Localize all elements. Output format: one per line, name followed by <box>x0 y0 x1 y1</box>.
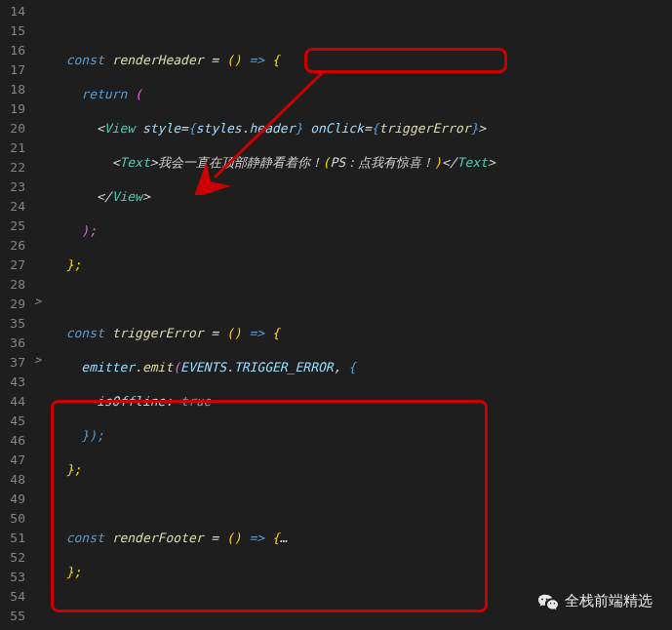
line-number: 19 <box>0 99 31 119</box>
line-number: 27 <box>0 256 31 275</box>
fold-column: > > <box>31 0 51 630</box>
annotation-box-onclick <box>304 48 507 73</box>
fold-chevron-icon[interactable]: > <box>34 353 41 367</box>
fold-chevron-icon[interactable]: > <box>34 295 41 308</box>
line-number: 53 <box>0 568 31 587</box>
line-number: 37 <box>0 353 31 373</box>
line-number: 45 <box>0 412 31 431</box>
line-number: 25 <box>0 217 31 236</box>
line-number: 28 <box>0 275 31 295</box>
line-number: 24 <box>0 197 31 217</box>
line-number: 55 <box>0 607 31 626</box>
line-number: 17 <box>0 60 31 80</box>
line-number: 51 <box>0 529 31 548</box>
line-number: 18 <box>0 80 31 99</box>
line-number: 46 <box>0 431 31 451</box>
line-number: 35 <box>0 314 31 334</box>
line-number: 36 <box>0 334 31 353</box>
line-number: 54 <box>0 587 31 607</box>
line-number: 21 <box>0 138 31 158</box>
line-number: 43 <box>0 373 31 392</box>
line-number: 20 <box>0 119 31 138</box>
watermark: 全栈前端精选 <box>537 592 652 610</box>
line-number: 52 <box>0 548 31 568</box>
line-number: 49 <box>0 490 31 509</box>
line-number: 44 <box>0 392 31 412</box>
line-number: 47 <box>0 451 31 470</box>
watermark-text: 全栈前端精选 <box>565 592 652 610</box>
line-number: 15 <box>0 21 31 41</box>
line-number: 29 <box>0 295 31 314</box>
wechat-icon <box>537 593 559 610</box>
line-number: 23 <box>0 177 31 197</box>
line-number: 14 <box>0 2 31 21</box>
annotation-box-return <box>51 400 488 612</box>
line-number: 22 <box>0 158 31 177</box>
line-number: 26 <box>0 236 31 256</box>
line-number: 48 <box>0 470 31 490</box>
line-number: 16 <box>0 41 31 60</box>
line-numbers: 14 15 16 17 18 19 20 21 22 23 24 25 26 2… <box>0 0 31 630</box>
line-number: 50 <box>0 509 31 529</box>
